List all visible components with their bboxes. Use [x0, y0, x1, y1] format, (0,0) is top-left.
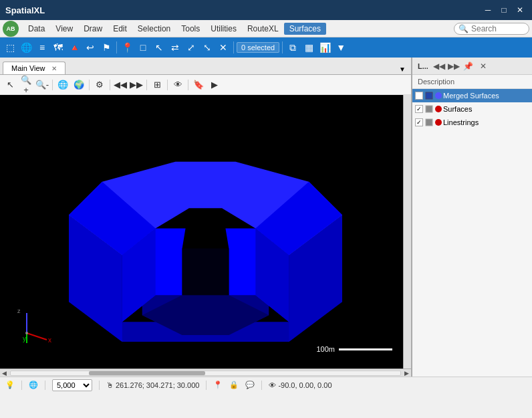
- app-icon: AB: [3, 21, 19, 37]
- layer-type-icon-linestrings: [424, 118, 434, 127]
- scroll-left-btn[interactable]: ◀: [0, 370, 9, 377]
- sub-sep-6: [188, 80, 188, 90]
- sub-zoom-out-btn[interactable]: 🔍-: [35, 78, 49, 92]
- canvas-area[interactable]: y x z 100m: [0, 95, 411, 369]
- tb-copy-btn[interactable]: ⧉: [285, 40, 300, 55]
- titlebar: SpatialXL ─ □ ✕: [0, 0, 532, 20]
- sub-globe2-btn[interactable]: 🌍: [72, 78, 86, 92]
- sub-eye-btn[interactable]: 👁: [170, 78, 185, 92]
- right-panel-toolbar: L... ◀◀ ▶▶ 📌 ✕: [412, 58, 532, 75]
- scroll-track[interactable]: [10, 371, 401, 376]
- menu-utilities[interactable]: Utilities: [205, 23, 242, 35]
- search-area[interactable]: 🔍: [454, 23, 529, 35]
- panel-back-btn[interactable]: ◀◀: [432, 60, 446, 73]
- tb-tool2-btn[interactable]: ↩: [83, 40, 98, 55]
- tb-cursor-btn[interactable]: ↖: [152, 40, 166, 55]
- tb-arrow2-btn[interactable]: ⤢: [184, 40, 198, 55]
- scale-selector[interactable]: 5,000 10,000 25,000 50,000: [52, 379, 92, 391]
- svg-text:y: y: [23, 335, 26, 342]
- sub-prev-btn[interactable]: ◀◀: [113, 78, 128, 92]
- tb-globe-btn[interactable]: 🌐: [19, 40, 33, 55]
- menu-draw[interactable]: Draw: [78, 23, 108, 35]
- sub-sep-5: [167, 80, 168, 90]
- tb-select-btn[interactable]: ⬚: [3, 40, 17, 55]
- selected-count: 0 selected: [241, 43, 275, 51]
- menu-tools[interactable]: Tools: [176, 23, 205, 35]
- layer-color-merged: [435, 92, 442, 99]
- minimize-button[interactable]: ─: [481, 3, 495, 17]
- tb-separator-3: [282, 41, 283, 54]
- tb-dropdown-btn[interactable]: ▼: [334, 40, 348, 55]
- scroll-thumb[interactable]: [89, 371, 206, 375]
- sub-bookmark-btn[interactable]: 🔖: [191, 78, 206, 92]
- tb-chart-btn[interactable]: 📊: [317, 40, 332, 55]
- menu-surfaces[interactable]: Surfaces: [284, 23, 326, 35]
- sub-zoom-in-btn[interactable]: 🔍+: [19, 78, 33, 92]
- layer-row-merged-surfaces[interactable]: Merged Surfaces: [412, 89, 532, 102]
- menubar: AB Data View Draw Edit Selection Tools U…: [0, 20, 532, 37]
- globe-icon: 🌐: [29, 381, 38, 389]
- tb-arrow1-btn[interactable]: ⇄: [168, 40, 182, 55]
- panel-close-btn[interactable]: ✕: [477, 60, 490, 73]
- layer-checkbox-linestrings[interactable]: [415, 118, 423, 126]
- status-sep-4: [206, 381, 207, 390]
- layer-row-surfaces[interactable]: Surfaces: [412, 102, 532, 116]
- menu-data[interactable]: Data: [23, 23, 50, 35]
- status-globe: 🌐: [29, 381, 38, 389]
- close-button[interactable]: ✕: [513, 3, 527, 17]
- layer-type-icon-merged: [424, 91, 434, 100]
- tab-close-icon[interactable]: ✕: [51, 65, 57, 72]
- selected-count-display: 0 selected: [237, 42, 279, 53]
- sub-arrow-btn[interactable]: ↖: [3, 78, 17, 92]
- right-panel: L... ◀◀ ▶▶ 📌 ✕ Description Merged Surfac…: [412, 58, 532, 377]
- view-angle-display: -90.0, 0.00, 0.00: [278, 381, 331, 389]
- status-coordinates: 🖱 261.276; 304.271; 30.000: [106, 381, 199, 389]
- view-tabs: Main View ✕ ▼: [0, 58, 411, 75]
- tb-tool1-btn[interactable]: 🔺: [67, 40, 82, 55]
- svg-rect-25: [426, 106, 432, 112]
- panel-label: L...: [415, 62, 431, 70]
- panel-pin-btn[interactable]: 📌: [462, 60, 475, 73]
- layer-checkbox-merged[interactable]: [415, 92, 423, 100]
- main-view-tab[interactable]: Main View ✕: [3, 62, 65, 74]
- search-input[interactable]: [471, 24, 525, 33]
- status-location: 📍: [213, 381, 223, 389]
- tb-map-btn[interactable]: 🗺: [51, 40, 65, 55]
- viewport-canvas: [0, 95, 411, 369]
- maximize-button[interactable]: □: [497, 3, 511, 17]
- main-area: Main View ✕ ▼ ↖ 🔍+ 🔍- 🌐 🌍 ⚙ ◀◀ ▶▶ ⊞ 👁 🔖 …: [0, 58, 532, 377]
- scale-label: 100m: [316, 345, 335, 353]
- horizontal-scrollbar[interactable]: ◀ ▶: [0, 369, 411, 377]
- sub-sep-2: [89, 80, 90, 90]
- svg-rect-24: [426, 92, 432, 99]
- tb-pin-btn[interactable]: 📍: [120, 40, 134, 55]
- tb-square-btn[interactable]: □: [136, 40, 150, 55]
- sub-arrow2-btn[interactable]: ▶: [207, 78, 222, 92]
- panel-forward-btn[interactable]: ▶▶: [447, 60, 460, 73]
- layer-color-surfaces: [435, 106, 442, 112]
- vertical-scrollbar[interactable]: [403, 95, 411, 369]
- tab-dropdown[interactable]: ▼: [396, 64, 408, 74]
- tb-cross-btn[interactable]: ✕: [216, 40, 231, 55]
- tb-flag-btn[interactable]: ⚑: [99, 40, 114, 55]
- sub-globe1-btn[interactable]: 🌐: [55, 78, 70, 92]
- status-sep-1: [21, 381, 22, 390]
- menu-routexl[interactable]: RouteXL: [242, 23, 284, 35]
- layer-name-merged: Merged Surfaces: [443, 92, 499, 100]
- sub-next-btn[interactable]: ▶▶: [129, 78, 144, 92]
- layer-color-linestrings: [435, 119, 442, 126]
- menu-edit[interactable]: Edit: [108, 23, 132, 35]
- sub-grid-btn[interactable]: ⊞: [150, 78, 164, 92]
- status-scale[interactable]: 5,000 10,000 25,000 50,000: [52, 379, 92, 391]
- lock-icon: 🔒: [229, 381, 239, 389]
- layer-checkbox-surfaces[interactable]: [415, 105, 423, 113]
- sub-gear-btn[interactable]: ⚙: [92, 78, 107, 92]
- menu-selection[interactable]: Selection: [132, 23, 176, 35]
- tb-layers-btn[interactable]: ≡: [35, 40, 49, 55]
- tb-table-btn[interactable]: ▦: [301, 40, 316, 55]
- tb-arrow3-btn[interactable]: ⤡: [200, 40, 215, 55]
- scroll-right-btn[interactable]: ▶: [402, 370, 411, 377]
- menu-view[interactable]: View: [50, 23, 78, 35]
- svg-point-22: [25, 332, 28, 334]
- layer-row-linestrings[interactable]: Linestrings: [412, 116, 532, 129]
